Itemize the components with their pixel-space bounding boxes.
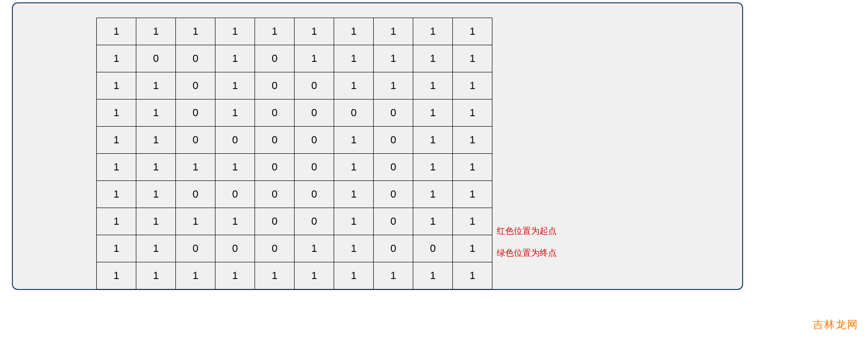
grid-cell: 0 [374,181,413,208]
grid-cell: 1 [215,72,255,100]
grid-cell: 0 [374,154,413,181]
grid-cell: 1 [136,127,176,154]
grid-row: 1101001111 [97,72,492,100]
grid-cell: 1 [453,262,492,289]
grid-cell: 0 [374,127,413,154]
maze-grid: 1111111111100101111111010011111101000011… [96,18,492,289]
grid-row: 1111001011 [97,154,492,181]
grid-cell: 0 [255,208,295,235]
grid-cell: 1 [295,18,334,45]
grid-row: 1111111111 [97,262,492,289]
grid-cell: 1 [413,100,453,127]
grid-cell: 1 [97,100,136,127]
grid-cell: 1 [334,154,374,181]
grid-cell: 1 [413,72,453,100]
grid-row: 1100011001 [97,235,492,262]
grid-cell: 1 [97,45,136,72]
grid-cell: 1 [453,154,492,181]
grid-row: 1111111111 [97,18,492,45]
grid-cell: 1 [413,154,453,181]
grid-cell: 1 [176,262,215,289]
grid-cell: 1 [374,45,413,72]
grid-cell: 0 [255,100,295,127]
grid-cell: 0 [295,100,334,127]
grid-cell: 0 [215,235,255,262]
grid-cell: 1 [413,127,453,154]
grid-row: 1100001011 [97,127,492,154]
grid-cell: 1 [215,208,255,235]
grid-cell: 1 [136,100,176,127]
grid-cell: 1 [334,18,374,45]
grid-cell: 1 [295,235,334,262]
grid-cell: 1 [334,208,374,235]
grid-cell: 1 [413,45,453,72]
grid-cell: 1 [215,262,255,289]
grid-cell: 0 [176,45,215,72]
grid-cell: 1 [176,208,215,235]
grid-cell: 0 [295,154,334,181]
grid-cell: 1 [453,127,492,154]
grid-cell: 0 [334,100,374,127]
grid-cell: 1 [453,45,492,72]
grid-row: 1101000011 [97,100,492,127]
grid-cell: 0 [413,235,453,262]
grid-cell: 1 [453,18,492,45]
grid-cell: 1 [295,262,334,289]
grid-cell: 0 [255,72,295,100]
grid-cell: 1 [215,18,255,45]
grid-cell: 0 [255,235,295,262]
grid-cell: 0 [255,45,295,72]
grid-cell: 0 [374,100,413,127]
grid-cell: 1 [97,127,136,154]
grid-cell: 1 [176,154,215,181]
grid-cell: 1 [97,235,136,262]
grid-cell: 0 [215,181,255,208]
grid-cell: 0 [136,45,176,72]
maze-panel: 1111111111100101111111010011111101000011… [12,2,743,290]
grid-row: 1001011111 [97,45,492,72]
grid-cell: 1 [374,18,413,45]
grid-cell: 0 [176,181,215,208]
grid-cell: 1 [334,127,374,154]
grid-cell: 1 [136,208,176,235]
grid-cell: 1 [136,72,176,100]
grid-cell: 1 [97,262,136,289]
grid-cell: 1 [334,45,374,72]
grid-cell: 1 [215,154,255,181]
grid-cell: 0 [176,127,215,154]
grid-cell: 0 [374,208,413,235]
grid-cell: 1 [334,235,374,262]
grid-cell: 0 [255,127,295,154]
grid-cell: 1 [374,262,413,289]
grid-cell: 1 [413,18,453,45]
grid-cell: 1 [97,208,136,235]
grid-cell: 1 [215,45,255,72]
grid-cell: 1 [374,72,413,100]
grid-cell: 1 [136,18,176,45]
grid-cell: 1 [413,208,453,235]
grid-cell: 1 [453,181,492,208]
grid-cell: 1 [334,72,374,100]
grid-row: 1100001011 [97,181,492,208]
grid-cell: 0 [176,72,215,100]
legend-end: 绿色位置为终点 [497,242,557,264]
grid-cell: 1 [255,18,295,45]
grid-cell: 0 [295,181,334,208]
grid-cell: 0 [176,100,215,127]
legend: 红色位置为起点 绿色位置为终点 [497,220,557,264]
grid-row: 1111001011 [97,208,492,235]
grid-cell: 1 [453,100,492,127]
grid-cell: 1 [453,235,492,262]
grid-cell: 1 [97,18,136,45]
grid-cell: 1 [413,262,453,289]
grid-cell: 0 [374,235,413,262]
legend-start: 红色位置为起点 [497,220,557,242]
grid-cell: 0 [176,235,215,262]
grid-cell: 1 [334,181,374,208]
grid-cell: 0 [255,181,295,208]
grid-cell: 1 [176,18,215,45]
grid-cell: 1 [295,45,334,72]
grid-cell: 0 [215,127,255,154]
grid-cell: 1 [453,72,492,100]
grid-cell: 1 [136,181,176,208]
